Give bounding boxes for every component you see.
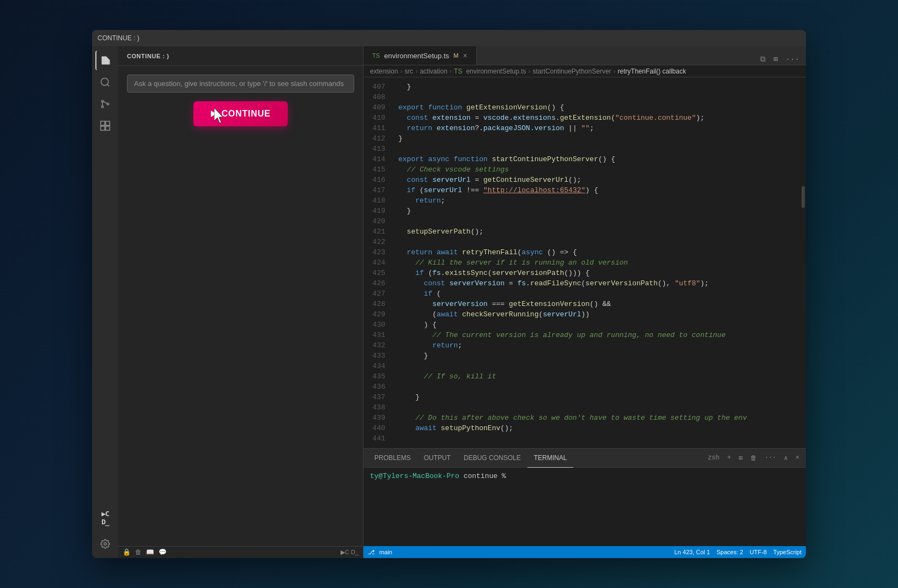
- code-line-424: // Kill the server if it is running an o…: [398, 258, 800, 268]
- sidebar-panel-title: CONTINUE : ): [127, 53, 169, 59]
- svg-rect-8: [106, 121, 110, 126]
- panel-tab-problems[interactable]: PROBLEMS: [368, 449, 417, 468]
- code-line-411: return extension?.packageJSON.version ||…: [398, 123, 800, 133]
- panel-tab-debug-console[interactable]: DEBUG CONSOLE: [457, 449, 527, 468]
- activity-bar: ▶CD_: [92, 46, 118, 558]
- svg-rect-9: [101, 126, 105, 131]
- activity-icon-settings[interactable]: [95, 534, 115, 554]
- panel-close-button[interactable]: ×: [793, 453, 802, 463]
- panel-split-button[interactable]: ⊞: [737, 453, 745, 463]
- code-editor[interactable]: 407 408 409 410 411 412 413 414 415 416 …: [363, 77, 806, 448]
- code-line-421: setupServerPath();: [398, 226, 800, 237]
- tab-more-icon[interactable]: ···: [784, 54, 802, 65]
- search-input-container[interactable]: [127, 75, 354, 93]
- code-line-435: // If so, kill it: [398, 371, 800, 382]
- code-line-439: // Do this after above check so we don't…: [398, 413, 800, 423]
- code-line-412: }: [398, 133, 800, 144]
- code-line-436: [398, 382, 800, 392]
- code-line-432: return;: [398, 340, 800, 351]
- scrollbar-track[interactable]: [800, 77, 806, 448]
- terminal-content[interactable]: ty@Tylers-MacBook-Pro continue %: [363, 468, 806, 546]
- sidebar-status-continue: ▶C D_: [341, 549, 359, 556]
- code-content[interactable]: } export function getExtensionVersion() …: [390, 77, 800, 448]
- sidebar-header: CONTINUE : ): [118, 46, 363, 66]
- code-line-423: return await retryThenFail(async () => {: [398, 247, 800, 258]
- panel-shell-label: zsh: [706, 453, 722, 463]
- panel-more-button[interactable]: ···: [762, 453, 779, 463]
- activity-icon-search[interactable]: [95, 72, 115, 92]
- tab-layout-icon[interactable]: ⊞: [771, 53, 780, 65]
- svg-point-2: [101, 100, 103, 102]
- sidebar-chat-icon[interactable]: 💬: [159, 548, 167, 556]
- status-position: Ln 423, Col 1: [675, 549, 710, 555]
- code-line-437: }: [398, 392, 800, 402]
- code-line-427: if (: [398, 289, 800, 299]
- svg-rect-7: [101, 121, 105, 126]
- activity-icon-source-control[interactable]: [95, 94, 115, 114]
- code-line-425: if (fs.existsSync(serverVersionPath())) …: [398, 268, 800, 278]
- sidebar-trash-icon[interactable]: 🗑: [135, 548, 142, 556]
- activity-bar-bottom: ▶CD_: [95, 508, 115, 558]
- code-line-414: export async function startContinuePytho…: [398, 154, 800, 164]
- panel-add-button[interactable]: +: [725, 453, 733, 463]
- breadcrumb-filename: environmentSetup.ts: [466, 68, 526, 75]
- breadcrumb-src: src: [404, 68, 413, 75]
- continue-button[interactable]: CONTINUE: [193, 101, 288, 126]
- breadcrumb-function: startContinuePythonServer: [532, 68, 611, 75]
- code-line-410: const extension = vscode.extensions.getE…: [398, 113, 800, 123]
- breadcrumb-extension: extension: [370, 68, 398, 75]
- sidebar-panel: CONTINUE : ) CONTINUE: [118, 46, 363, 558]
- code-line-440: await setupPythonEnv();: [398, 423, 800, 433]
- editor-container: TS environmentSetup.ts M × ⧉ ⊞ ··· exten…: [363, 46, 806, 558]
- svg-point-4: [107, 103, 108, 105]
- code-line-416: const serverUrl = getContinueServerUrl()…: [398, 175, 800, 185]
- tab-close-button[interactable]: ×: [463, 51, 467, 60]
- svg-line-1: [107, 84, 110, 87]
- status-spaces: Spaces: 2: [717, 549, 743, 555]
- code-line-407: }: [398, 82, 800, 92]
- code-line-434: [398, 361, 800, 371]
- activity-icon-continue[interactable]: ▶CD_: [95, 508, 115, 528]
- breadcrumb-ts-icon: TS: [454, 68, 462, 75]
- code-line-429: (await checkServerRunning(serverUrl)): [398, 309, 800, 320]
- activity-icon-explorer[interactable]: [95, 51, 115, 70]
- tab-environment-setup[interactable]: TS environmentSetup.ts M ×: [363, 46, 477, 65]
- continue-button-label: CONTINUE: [222, 109, 271, 119]
- panel-tab-terminal[interactable]: TERMINAL: [527, 449, 574, 468]
- status-bar: ⎇ main Ln 423, Col 1 Spaces: 2 UTF-8 Typ…: [363, 546, 806, 558]
- tab-split-icon[interactable]: ⧉: [758, 54, 768, 65]
- svg-point-11: [104, 543, 107, 546]
- status-branch-name[interactable]: main: [379, 549, 392, 555]
- tab-actions: ⧉ ⊞ ···: [758, 53, 806, 65]
- editor-area: TS environmentSetup.ts M × ⧉ ⊞ ··· exten…: [363, 46, 806, 448]
- terminal-prompt: ty@Tylers-MacBook-Pro: [370, 472, 459, 480]
- sidebar-content: CONTINUE: [118, 66, 363, 546]
- breadcrumb-activation: activation: [420, 68, 447, 75]
- sidebar-book-icon[interactable]: 📖: [146, 548, 154, 556]
- code-line-441: [398, 433, 800, 444]
- code-line-428: serverVersion === getExtensionVersion() …: [398, 299, 800, 309]
- code-line-430: ) {: [398, 320, 800, 330]
- code-line-420: [398, 216, 800, 226]
- panel-trash-button[interactable]: 🗑: [748, 453, 759, 463]
- search-input[interactable]: [134, 79, 347, 88]
- scrollbar-thumb[interactable]: [802, 186, 805, 208]
- code-line-408: [398, 92, 800, 102]
- tab-filename: environmentSetup.ts: [384, 52, 449, 60]
- status-right: Ln 423, Col 1 Spaces: 2 UTF-8 TypeScript: [675, 549, 802, 555]
- code-line-417: if (serverUrl !== "http://localhost:6543…: [398, 185, 800, 195]
- code-line-433: }: [398, 351, 800, 361]
- shell-name: zsh: [708, 454, 720, 462]
- panel-tab-bar: PROBLEMS OUTPUT DEBUG CONSOLE TERMINAL z…: [363, 449, 806, 468]
- window-title: CONTINUE : ): [98, 34, 139, 42]
- status-left: ⎇ main: [368, 549, 392, 556]
- panel-maximize-button[interactable]: ∧: [782, 453, 790, 463]
- code-line-438: [398, 402, 800, 413]
- tab-bar: TS environmentSetup.ts M × ⧉ ⊞ ···: [363, 46, 806, 65]
- status-lang[interactable]: TypeScript: [773, 549, 802, 555]
- code-line-431: // The current version is already up and…: [398, 330, 800, 340]
- activity-icon-extensions[interactable]: [95, 116, 115, 136]
- mouse-cursor: [214, 108, 227, 125]
- vscode-window: CONTINUE : ) ▶CD_: [92, 30, 806, 558]
- panel-tab-output[interactable]: OUTPUT: [417, 449, 457, 468]
